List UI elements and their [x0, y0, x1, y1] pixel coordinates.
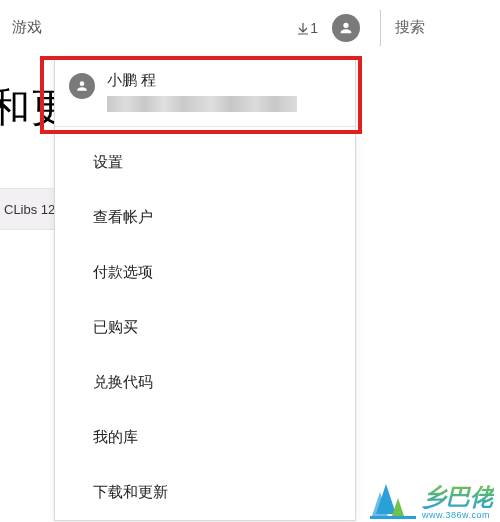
account-avatar [69, 73, 95, 99]
menu-item-purchased[interactable]: 已购买 [55, 300, 355, 355]
account-name: 小鹏 程 [107, 71, 339, 90]
account-dropdown: 小鹏 程 设置 查看帐户 付款选项 已购买 兑换代码 我的库 下载和更新 [54, 56, 356, 521]
search-input[interactable]: 搜索 [380, 10, 492, 46]
menu-item-my-library[interactable]: 我的库 [55, 410, 355, 465]
account-email-blurred [107, 96, 297, 112]
svg-rect-0 [370, 516, 416, 519]
menu-item-payment-options[interactable]: 付款选项 [55, 245, 355, 300]
account-header[interactable]: 小鹏 程 [55, 57, 355, 127]
user-avatar-button[interactable] [332, 14, 360, 42]
watermark: 乡巴佬 www.386w.com [370, 476, 494, 520]
list-item[interactable]: CLibs 12 [0, 188, 60, 230]
watermark-logo-icon [370, 476, 416, 520]
top-bar: 游戏 1 搜索 [0, 0, 500, 55]
download-indicator[interactable]: 1 [298, 20, 318, 36]
download-count: 1 [310, 20, 318, 36]
person-icon [338, 20, 354, 36]
account-menu: 设置 查看帐户 付款选项 已购买 兑换代码 我的库 下载和更新 [55, 127, 355, 520]
watermark-url: www.386w.com [422, 510, 490, 520]
person-icon [75, 79, 89, 93]
menu-item-downloads-updates[interactable]: 下载和更新 [55, 465, 355, 520]
menu-item-view-account[interactable]: 查看帐户 [55, 190, 355, 245]
watermark-brand: 乡巴佬 [422, 485, 494, 509]
nav-tab-games[interactable]: 游戏 [8, 12, 46, 43]
download-icon [298, 23, 308, 33]
menu-item-redeem-code[interactable]: 兑换代码 [55, 355, 355, 410]
menu-item-settings[interactable]: 设置 [55, 127, 355, 190]
account-info: 小鹏 程 [107, 71, 339, 112]
